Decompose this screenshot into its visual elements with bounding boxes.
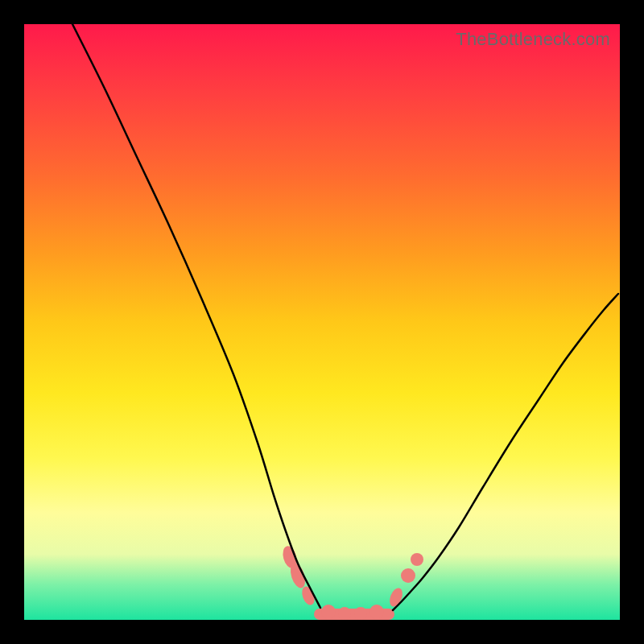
valley-marker-4 — [338, 607, 351, 620]
valley-marker-9 — [411, 553, 423, 566]
valley-marker-6 — [369, 605, 384, 619]
valley-marker-8 — [401, 568, 415, 583]
curve-left-branch — [72, 24, 320, 608]
valley-marker-7 — [387, 586, 405, 608]
valley-marker-5 — [354, 607, 367, 620]
chart-frame: TheBottleneck.com — [0, 0, 644, 644]
bottleneck-curve-chart — [24, 24, 620, 620]
curve-right-branch — [393, 294, 618, 610]
plot-area: TheBottleneck.com — [24, 24, 620, 620]
valley-marker-3 — [321, 605, 336, 619]
